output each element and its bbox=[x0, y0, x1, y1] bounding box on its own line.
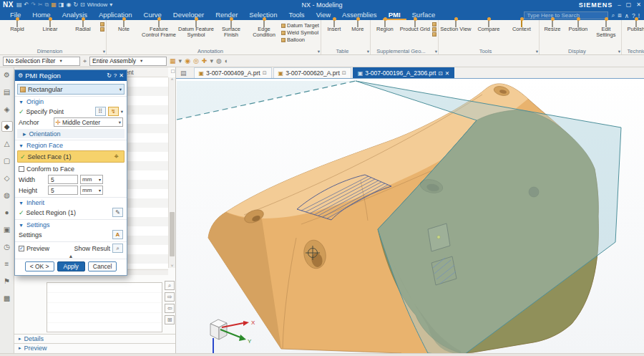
datum-target-button[interactable]: Datum Target bbox=[281, 22, 319, 29]
copy-icon[interactable]: ⧉ bbox=[45, 1, 49, 9]
inherit-section-header[interactable]: ▼ Inherit bbox=[15, 197, 127, 207]
surface-finish-button[interactable]: Surface Finish bbox=[215, 21, 248, 38]
window-copy-icon[interactable]: ⊡ bbox=[80, 1, 85, 8]
pin-icon[interactable]: ⊡ bbox=[263, 70, 267, 76]
scroll-up-icon[interactable]: ˄ bbox=[169, 77, 175, 82]
select-region-row[interactable]: ✓ Select Region (1) ✎ bbox=[15, 207, 127, 218]
note-button[interactable]: Note bbox=[107, 21, 140, 32]
add-selection-icon[interactable]: ✚ bbox=[202, 57, 208, 64]
height-unit-combo[interactable]: mm▾ bbox=[80, 186, 103, 195]
chevron-down-icon[interactable]: ▾ bbox=[179, 57, 182, 64]
specify-point-row[interactable]: ✓ Specify Point ⠿ ↯ ▾ bbox=[15, 106, 127, 117]
chevron-down-icon[interactable]: ▾ bbox=[210, 57, 213, 64]
history-icon[interactable]: ◷ bbox=[1, 241, 13, 252]
forward-arrow-icon[interactable]: ⇨ bbox=[165, 292, 175, 302]
region-button[interactable]: Region bbox=[371, 21, 399, 32]
clipboard-icon[interactable]: ◨ bbox=[59, 1, 64, 8]
constraint-navigator-icon[interactable]: ◈ bbox=[1, 104, 13, 115]
publish-button[interactable]: Publish bbox=[623, 21, 644, 32]
reuse-library-icon[interactable]: ▢ bbox=[1, 155, 13, 166]
related-objects-icon[interactable]: ◎ bbox=[193, 57, 199, 64]
graphics-canvas[interactable]: X Y Z bbox=[176, 79, 644, 353]
float-panel-icon[interactable]: □ bbox=[171, 68, 175, 74]
window-menu[interactable]: Window bbox=[87, 1, 107, 8]
part-tab-1[interactable]: ▣ 3-007-000409_A.prt ⊡ bbox=[194, 67, 272, 78]
close-button[interactable]: ✕ bbox=[636, 1, 641, 8]
fullscreen-icon[interactable]: ⧈ bbox=[618, 11, 621, 19]
feature-control-frame-button[interactable]: Feature Control Frame bbox=[140, 21, 177, 38]
highlight-selection-icon[interactable]: ◉ bbox=[185, 57, 190, 64]
tab-surface[interactable]: Surface bbox=[406, 10, 441, 20]
command-finder-icon[interactable]: ! bbox=[638, 12, 640, 19]
supplemental-group-dropdown-icon[interactable]: ▾ bbox=[435, 49, 437, 54]
dimension-group-dropdown-icon[interactable]: ▾ bbox=[103, 49, 105, 54]
tab-analysis[interactable]: Analysis bbox=[57, 10, 93, 20]
scroll-down-icon[interactable]: ˅ bbox=[169, 264, 175, 268]
web-browser-icon[interactable]: ▣ bbox=[1, 224, 13, 235]
conform-to-face-row[interactable]: Conform to Face bbox=[15, 163, 127, 174]
edit-settings-button[interactable]: Edit Settings bbox=[592, 21, 620, 38]
balloon-button[interactable]: Balloon bbox=[281, 37, 319, 43]
height-input[interactable]: 5 bbox=[48, 186, 78, 195]
snap-point-button[interactable]: ↯ bbox=[108, 107, 119, 116]
settings-section-header[interactable]: ▼ Settings bbox=[15, 219, 127, 229]
region-list[interactable] bbox=[47, 282, 162, 332]
tab-list-icon[interactable]: ▤ bbox=[180, 69, 187, 77]
tab-tools[interactable]: Tools bbox=[283, 10, 310, 20]
crosshair-icon[interactable]: ⌖ bbox=[111, 152, 122, 161]
zoom-in-icon[interactable]: ⊞ bbox=[165, 315, 175, 324]
details-panel-header[interactable]: ▸ Details bbox=[14, 334, 175, 343]
pin-icon[interactable]: ⊡ bbox=[438, 70, 442, 77]
orientation-section-header[interactable]: ▸ Orientation bbox=[17, 129, 125, 138]
selection-scope-icon[interactable]: ⌖ bbox=[83, 57, 87, 65]
select-face-row[interactable]: ✓ Select Face (1) ⌖ bbox=[17, 150, 125, 163]
more-table-button[interactable]: More bbox=[346, 21, 369, 32]
tab-render[interactable]: Render bbox=[210, 10, 243, 20]
save-icon[interactable]: ▤ bbox=[16, 1, 22, 8]
part-navigator-icon[interactable]: ◆ bbox=[1, 121, 13, 132]
dialog-close-icon[interactable]: ✕ bbox=[119, 72, 124, 79]
back-arrow-icon[interactable]: ⇦ bbox=[165, 304, 175, 313]
window-menu-dropdown-icon[interactable]: ▾ bbox=[109, 1, 112, 8]
settings-icon[interactable]: ⚙ bbox=[1, 69, 13, 80]
dimension-extra-2[interactable] bbox=[100, 27, 104, 32]
find-icon[interactable]: ⌕ bbox=[165, 281, 175, 290]
dimension-extra-1[interactable] bbox=[100, 22, 104, 27]
point-dialog-button[interactable]: ⠿ bbox=[95, 107, 106, 116]
table-group-dropdown-icon[interactable]: ▾ bbox=[367, 49, 369, 54]
dialog-title-bar[interactable]: ⚙ PMI Region ↻ ? ✕ bbox=[15, 70, 127, 81]
dependencies-icon[interactable]: ◍ bbox=[1, 190, 13, 201]
weld-symbol-button[interactable]: Weld Symbol bbox=[281, 29, 319, 36]
annotation-style-icon[interactable]: A bbox=[112, 230, 123, 239]
search-icon[interactable]: ⌕ bbox=[611, 11, 615, 19]
orientation-triad[interactable]: X Y Z bbox=[210, 319, 255, 353]
tools-group-dropdown-icon[interactable]: ▾ bbox=[536, 49, 538, 54]
alerts-icon[interactable]: △ bbox=[1, 138, 13, 149]
preview-panel-header[interactable]: ▸ Preview bbox=[14, 343, 175, 352]
general-object-icon[interactable]: ◍ bbox=[216, 57, 222, 64]
templates-icon[interactable]: ▩ bbox=[1, 293, 13, 304]
undo-icon[interactable]: ↶ bbox=[24, 1, 29, 8]
position-button[interactable]: Position bbox=[565, 21, 592, 32]
hd3d-tools-icon[interactable]: ◇ bbox=[1, 173, 13, 183]
linear-dimension-button[interactable]: Linear bbox=[34, 21, 67, 32]
search-input[interactable] bbox=[524, 11, 608, 19]
restore-button[interactable]: ▢ bbox=[626, 1, 632, 8]
scrollbar-thumb[interactable] bbox=[170, 212, 175, 256]
product-grid-button[interactable]: Product Grid bbox=[399, 21, 431, 32]
region-type-combo[interactable]: Rectangular ▾ bbox=[17, 84, 125, 95]
conform-checkbox[interactable] bbox=[19, 166, 24, 172]
component-select-icon[interactable]: ◐ bbox=[225, 57, 228, 64]
width-input[interactable]: 5 bbox=[48, 175, 78, 184]
refresh-icon[interactable]: ↻ bbox=[73, 1, 78, 8]
tab-application[interactable]: Application bbox=[93, 10, 137, 20]
part-tab-3-active[interactable]: ▣ 3-007-000196_A_2306.prt ⊡ ✕ bbox=[353, 67, 454, 78]
palettes-icon[interactable]: ≡ bbox=[1, 259, 13, 269]
assembly-navigator-icon[interactable]: ▤ bbox=[1, 87, 13, 97]
region-face-section-header[interactable]: ▼ Region Face bbox=[15, 140, 127, 150]
part-tab-2[interactable]: ▣ 3-007-000620_A.prt ⊡ bbox=[273, 67, 351, 78]
show-result-icon[interactable]: ⌕ bbox=[112, 244, 123, 253]
rapid-dimension-button[interactable]: Rapid bbox=[1, 21, 34, 32]
selection-filter-combo[interactable]: No Selection Filter▾ bbox=[3, 57, 80, 66]
resize-button[interactable]: Resize bbox=[540, 21, 565, 32]
